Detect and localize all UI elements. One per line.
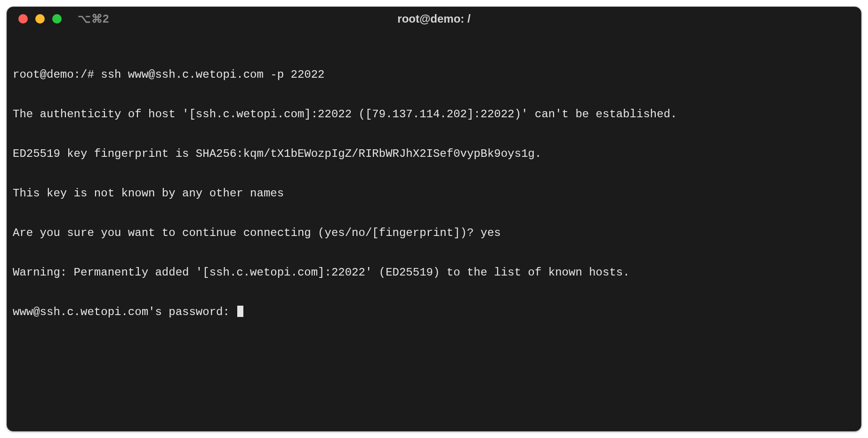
shell-command: ssh www@ssh.c.wetopi.com -p 22022: [101, 68, 324, 81]
title-bar: ⌥⌘2 root@demo: /: [7, 7, 861, 31]
password-prompt: www@ssh.c.wetopi.com's password:: [13, 306, 236, 319]
traffic-lights: [18, 14, 62, 24]
output-line: This key is not known by any other names: [13, 187, 284, 200]
minimize-window-button[interactable]: [35, 14, 45, 24]
confirm-answer: yes: [481, 227, 501, 240]
zoom-window-button[interactable]: [52, 14, 62, 24]
cursor-icon: [237, 306, 243, 317]
confirm-prompt: Are you sure you want to continue connec…: [13, 227, 481, 240]
output-line: The authenticity of host '[ssh.c.wetopi.…: [13, 108, 677, 121]
shell-prompt: root@demo:/#: [13, 68, 101, 81]
output-line: ED25519 key fingerprint is SHA256:kqm/tX…: [13, 147, 541, 161]
terminal-body[interactable]: root@demo:/# ssh www@ssh.c.wetopi.com -p…: [7, 31, 861, 351]
window-title: root@demo: /: [7, 12, 861, 25]
output-line: Warning: Permanently added '[ssh.c.wetop…: [13, 266, 630, 279]
tab-shortcut-badge: ⌥⌘2: [78, 12, 109, 25]
terminal-window: ⌥⌘2 root@demo: / root@demo:/# ssh www@ss…: [7, 7, 861, 431]
close-window-button[interactable]: [18, 14, 28, 24]
